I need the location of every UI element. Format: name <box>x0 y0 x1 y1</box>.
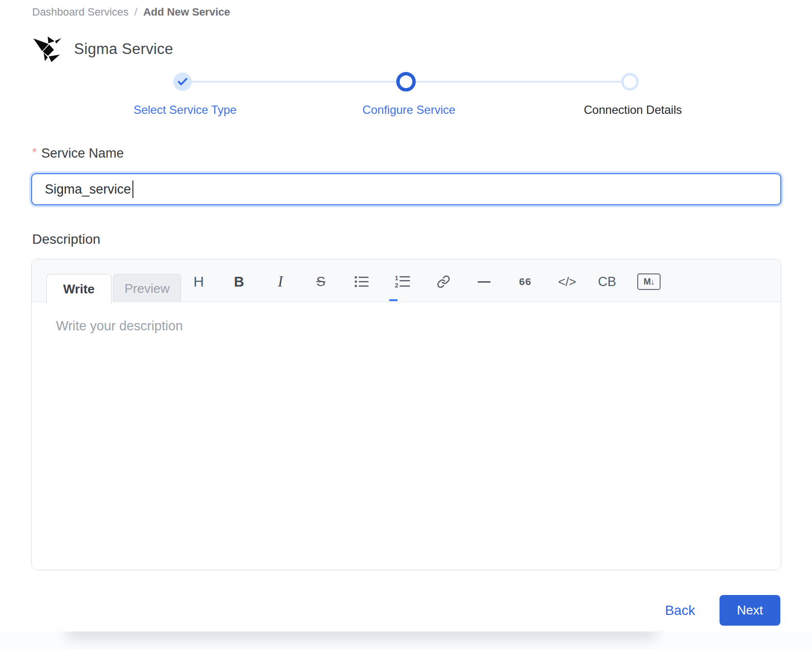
unordered-list-icon[interactable] <box>346 266 377 297</box>
breadcrumb-dashboard-services[interactable]: Dashboard Services <box>32 6 129 18</box>
service-name-value: Sigma_service <box>45 182 131 197</box>
strikethrough-icon[interactable]: S <box>305 266 336 297</box>
quote-icon[interactable]: 66 <box>510 266 541 297</box>
origami-bird-logo <box>32 33 63 64</box>
step-label-select-service-type[interactable]: Select Service Type <box>133 103 237 117</box>
bottom-card-shadow <box>58 605 664 631</box>
required-asterisk: * <box>32 145 37 160</box>
step-label-configure-service[interactable]: Configure Service <box>363 103 456 117</box>
breadcrumb-add-new-service: Add New Service <box>143 6 230 18</box>
step-label-connection-details: Connection Details <box>584 103 682 117</box>
svg-text:1: 1 <box>395 275 398 282</box>
bottom-strip <box>0 631 812 649</box>
tab-write[interactable]: Write <box>46 274 111 304</box>
bold-icon[interactable]: B <box>223 266 255 297</box>
breadcrumb: Dashboard Services / Add New Service <box>32 6 230 18</box>
description-label: Description <box>32 232 100 247</box>
breadcrumb-separator: / <box>134 6 137 18</box>
ordered-list-active-underline <box>389 299 398 301</box>
service-name-label-text: Service Name <box>41 146 124 161</box>
italic-icon[interactable]: I <box>265 266 296 297</box>
heading-icon[interactable]: H <box>183 266 214 297</box>
service-name-input[interactable]: Sigma_service <box>31 173 781 205</box>
text-cursor <box>132 180 133 198</box>
horizontal-rule-icon[interactable] <box>468 266 499 297</box>
check-icon <box>178 78 187 86</box>
markdown-icon[interactable]: M↓ <box>633 266 664 297</box>
service-name-label: * Service Name <box>32 146 124 161</box>
code-block-icon[interactable]: CB <box>591 266 623 297</box>
description-editor: Write Preview H B I S 1 2 <box>31 259 781 570</box>
description-placeholder: Write your description <box>56 319 183 333</box>
step-3-upcoming-circle[interactable] <box>621 73 639 90</box>
next-button[interactable]: Next <box>720 595 780 626</box>
link-icon[interactable] <box>428 266 459 297</box>
step-2-active-circle[interactable] <box>396 72 416 91</box>
editor-toolbar: Write Preview H B I S 1 2 <box>32 259 781 302</box>
ordered-list-icon[interactable]: 1 2 <box>387 266 418 297</box>
description-textarea[interactable]: Write your description <box>32 302 781 570</box>
svg-text:2: 2 <box>395 282 398 288</box>
tab-preview[interactable]: Preview <box>113 274 181 303</box>
code-icon[interactable]: </> <box>552 266 583 297</box>
page-title: Sigma Service <box>74 34 173 64</box>
step-1-completed-circle[interactable] <box>173 72 192 91</box>
